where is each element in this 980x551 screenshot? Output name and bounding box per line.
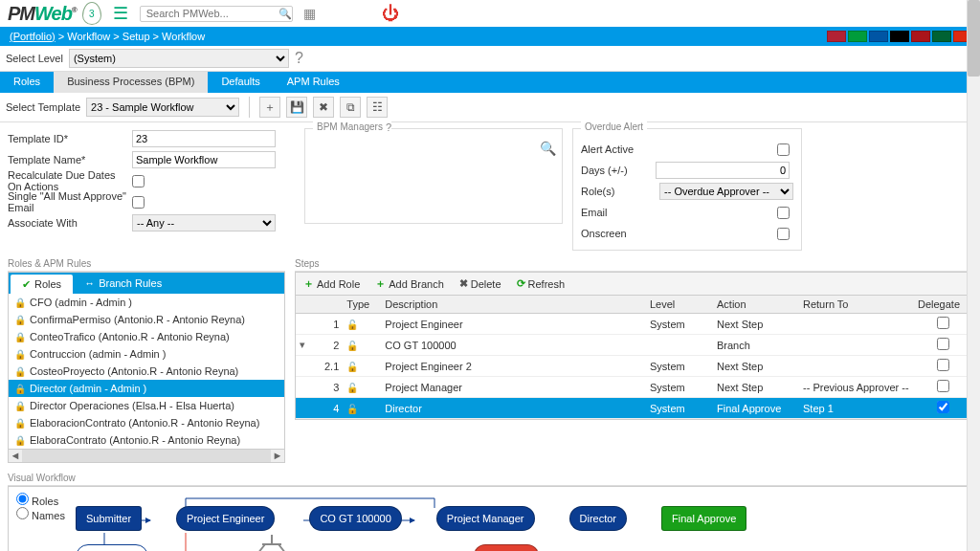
template-form: Template ID* Template Name* Recalculate … — [8, 128, 295, 251]
tab-bpm[interactable]: Business Processes (BPM) — [54, 72, 208, 93]
node-submitter[interactable]: Submitter — [76, 506, 142, 531]
node-withdrawal[interactable]: Withdrawal — [76, 544, 148, 551]
lock-icon: 🔓 — [346, 362, 358, 372]
calendar-icon[interactable]: ▦ — [299, 2, 322, 25]
lock-icon: 🔒 — [14, 418, 26, 429]
node-final-approve[interactable]: Final Approve — [661, 506, 746, 531]
lock-icon: 🔒 — [14, 298, 26, 308]
select-template-label: Select Template — [6, 101, 80, 113]
flag-icon[interactable] — [827, 31, 846, 42]
radio-roles[interactable]: Roles — [16, 493, 65, 507]
breadcrumb: (Portfolio) > Workflow > Setup > Workflo… — [0, 27, 980, 46]
lock-icon: 🔓 — [346, 404, 358, 414]
copy-button[interactable]: ⧉ — [340, 97, 361, 118]
flag-icon[interactable] — [890, 31, 909, 42]
overdue-panel: Overdue Alert Alert Active Days (+/-) Ro… — [572, 128, 802, 251]
bpm-help-icon[interactable]: ? — [386, 121, 391, 133]
bpm-search-icon[interactable]: 🔍 — [540, 141, 556, 156]
lock-icon: 🔓 — [346, 341, 358, 351]
select-level[interactable]: (System) — [69, 49, 289, 68]
delegate-checkbox[interactable] — [937, 380, 949, 392]
step-row[interactable]: ▾2🔓CO GT 100000Branch — [296, 335, 971, 356]
role-item[interactable]: 🔒Director (admin - Admin ) — [9, 380, 284, 397]
new-button[interactable]: ＋ — [259, 97, 280, 118]
power-icon[interactable]: ⏻ — [379, 2, 402, 25]
node-project-engineer[interactable]: Project Engineer — [176, 506, 275, 531]
visual-workflow-canvas: Roles Names Submitter Project Engineer C… — [8, 486, 972, 551]
template-id-input[interactable] — [132, 130, 276, 147]
radio-names[interactable]: Names — [16, 507, 65, 521]
flag-icon[interactable] — [911, 31, 930, 42]
overdue-email-checkbox[interactable] — [777, 207, 790, 219]
flag-row — [827, 31, 972, 42]
lock-icon: 🔒 — [14, 384, 26, 394]
role-item[interactable]: 🔒ElaboracionContrato (Antonio.R - Antoni… — [9, 414, 284, 431]
role-list[interactable]: 🔒CFO (admin - Admin )🔒ConfirmaPermiso (A… — [9, 294, 284, 449]
alert-active-checkbox[interactable] — [777, 143, 790, 156]
associate-with-select[interactable]: -- Any -- — [132, 214, 276, 231]
lock-icon: 🔒 — [14, 401, 26, 411]
recalc-checkbox[interactable] — [132, 175, 145, 187]
single-approve-checkbox[interactable] — [132, 196, 145, 209]
add-role-button[interactable]: ＋Add Role — [300, 275, 364, 293]
search-input[interactable] — [146, 8, 278, 19]
branch-rules-tab[interactable]: ↔Branch Rules — [73, 273, 173, 294]
days-input[interactable] — [656, 162, 790, 179]
tab-defaults[interactable]: Defaults — [208, 72, 273, 93]
select-level-label: Select Level — [6, 53, 63, 64]
flag-icon[interactable] — [848, 31, 867, 42]
node-project-manager[interactable]: Project Manager — [436, 506, 535, 531]
shield-badge[interactable]: 3 — [82, 2, 101, 25]
delegate-checkbox[interactable] — [937, 338, 949, 350]
overdue-roles-select[interactable]: -- Overdue Approver -- — [659, 183, 793, 200]
node-rejection[interactable]: Rejection — [474, 544, 539, 551]
roles-tab[interactable]: ✔Roles — [11, 275, 73, 294]
template-name-input[interactable] — [132, 151, 276, 168]
delegate-checkbox[interactable] — [937, 359, 949, 371]
step-row[interactable]: 3🔓Project ManagerSystemNext Step-- Previ… — [296, 377, 971, 398]
page-scrollbar[interactable] — [967, 0, 980, 551]
add-branch-button[interactable]: ＋Add Branch — [371, 275, 447, 293]
breadcrumb-portfolio[interactable]: (Portfolio) — [10, 31, 56, 42]
refresh-button[interactable]: ⟳Refresh — [513, 275, 569, 293]
node-co-branch[interactable]: CO GT 100000 — [309, 506, 401, 531]
search-input-wrap[interactable]: 🔍 — [140, 6, 293, 22]
lock-icon: 🔒 — [14, 315, 26, 325]
select-template[interactable]: 23 - Sample Workflow — [86, 98, 239, 117]
tree-button[interactable]: ☷ — [367, 97, 388, 118]
roles-header: Roles & APM Rules — [8, 256, 285, 272]
step-row[interactable]: 2.1🔓Project Engineer 2SystemNext Step — [296, 356, 971, 377]
flag-icon[interactable] — [869, 31, 888, 42]
roles-scrollbar[interactable]: ◄► — [9, 449, 284, 462]
flag-icon[interactable] — [932, 31, 951, 42]
tab-roles[interactable]: Roles — [0, 72, 54, 93]
help-icon[interactable]: ? — [295, 50, 303, 67]
lock-icon: 🔒 — [14, 366, 26, 377]
lock-icon: 🔒 — [14, 435, 26, 446]
tab-apm[interactable]: APM Rules — [274, 72, 353, 93]
lock-icon: 🔓 — [346, 383, 358, 393]
role-item[interactable]: 🔒ConteoTrafico (Antonio.R - Antonio Reyn… — [9, 328, 284, 345]
overdue-onscreen-checkbox[interactable] — [777, 228, 790, 240]
role-item[interactable]: 🔒Contruccion (admin - Admin ) — [9, 345, 284, 363]
bpm-managers-panel: BPM Managers ? 🔍 — [304, 128, 563, 224]
role-item[interactable]: 🔒ElaboraContrato (Antonio.R - Antonio Re… — [9, 431, 284, 449]
role-item[interactable]: 🔒Director Operaciones (Elsa.H - Elsa Hue… — [9, 397, 284, 414]
lock-icon: 🔒 — [14, 332, 26, 342]
step-row[interactable]: 4🔓DirectorSystemFinal ApproveStep 1 — [296, 398, 971, 419]
node-director[interactable]: Director — [569, 506, 628, 531]
save-button[interactable]: 💾 — [286, 97, 307, 118]
delete-button[interactable]: ✖ — [313, 97, 334, 118]
menu-icon[interactable]: ☰ — [113, 3, 128, 24]
step-row[interactable]: 1🔓Project EngineerSystemNext Step — [296, 314, 971, 335]
role-item[interactable]: 🔒ConfirmaPermiso (Antonio.R - Antonio Re… — [9, 311, 284, 328]
delete-step-button[interactable]: ✖Delete — [456, 275, 505, 293]
visual-workflow-header: Visual Workflow — [8, 471, 972, 486]
search-icon[interactable]: 🔍 — [278, 8, 292, 20]
steps-header: Steps — [295, 256, 972, 272]
role-item[interactable]: 🔒CFO (admin - Admin ) — [9, 294, 284, 311]
delegate-checkbox[interactable] — [937, 401, 949, 413]
delegate-checkbox[interactable] — [937, 317, 949, 329]
role-item[interactable]: 🔒CosteoProyecto (Antonio.R - Antonio Rey… — [9, 363, 284, 380]
lock-icon: 🔓 — [346, 320, 358, 330]
